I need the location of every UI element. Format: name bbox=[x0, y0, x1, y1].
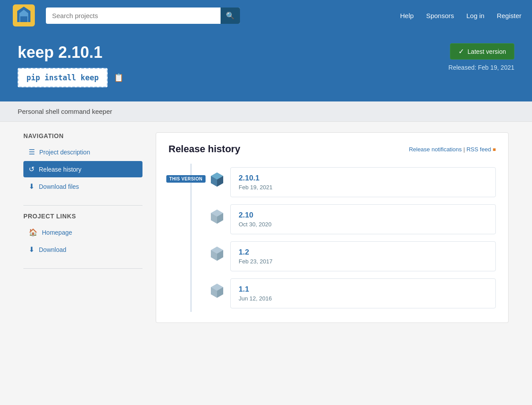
sidebar-item-download[interactable]: ⬇ Download bbox=[23, 241, 142, 258]
download-label: Download bbox=[39, 246, 66, 253]
timeline-item: THIS VERSION 2.10.1 Feb 19, 2021 bbox=[169, 164, 496, 201]
release-history-label: Release history bbox=[39, 166, 82, 173]
timeline-left-1 bbox=[169, 201, 230, 231]
this-version-badge: THIS VERSION bbox=[166, 175, 206, 183]
version-date-1: Oct 30, 2020 bbox=[239, 221, 487, 228]
banner-right: ✓ Latest version Released: Feb 19, 2021 bbox=[449, 43, 514, 71]
sidebar-divider-2 bbox=[23, 268, 142, 269]
download-link-icon: ⬇ bbox=[29, 245, 34, 254]
download-link[interactable]: ⬇ Download bbox=[23, 241, 142, 258]
download-files-label: Download files bbox=[39, 183, 79, 190]
project-links-section-title: Project links bbox=[23, 213, 142, 220]
release-card-2[interactable]: 1.2 Feb 23, 2017 bbox=[230, 241, 496, 271]
help-link[interactable]: Help bbox=[400, 12, 414, 19]
package-title: keep 2.10.1 bbox=[18, 43, 126, 62]
login-link[interactable]: Log in bbox=[466, 12, 484, 19]
release-panel: Release history Release notifications | … bbox=[156, 132, 509, 323]
copy-button[interactable]: 📋 bbox=[111, 70, 126, 85]
package-icon-2 bbox=[209, 245, 225, 261]
latest-version-label: Latest version bbox=[468, 48, 506, 55]
release-card-3[interactable]: 1.1 Jun 12, 2016 bbox=[230, 278, 496, 308]
header: 🔍 Help Sponsors Log in Register bbox=[0, 0, 532, 31]
version-number-3: 1.1 bbox=[239, 285, 487, 294]
check-icon: ✓ bbox=[458, 47, 464, 56]
latest-version-button[interactable]: ✓ Latest version bbox=[450, 43, 514, 60]
timeline-left-3 bbox=[169, 275, 230, 305]
timeline-left-0: THIS VERSION bbox=[169, 164, 230, 194]
version-number-0: 2.10.1 bbox=[239, 174, 487, 183]
version-number-2: 1.2 bbox=[239, 248, 487, 257]
release-history-title: Release history bbox=[169, 143, 240, 155]
project-description-link[interactable]: ☰ Project description bbox=[23, 144, 142, 160]
svg-rect-3 bbox=[20, 16, 27, 22]
package-icon-1 bbox=[209, 208, 225, 224]
release-card-1[interactable]: 2.10 Oct 30, 2020 bbox=[230, 204, 496, 234]
sidebar-nav: ☰ Project description ↺ Release history … bbox=[23, 144, 142, 195]
package-banner: keep 2.10.1 pip install keep 📋 ✓ Latest … bbox=[0, 31, 532, 101]
timeline-item-1: 2.10 Oct 30, 2020 bbox=[169, 201, 496, 238]
logo[interactable] bbox=[11, 2, 37, 29]
pip-command: pip install keep bbox=[18, 68, 108, 87]
package-icon-0 bbox=[209, 171, 225, 187]
sponsors-link[interactable]: Sponsors bbox=[426, 12, 454, 19]
timeline-item-2: 1.2 Feb 23, 2017 bbox=[169, 238, 496, 275]
version-date-0: Feb 19, 2021 bbox=[239, 184, 487, 191]
release-notifications-link[interactable]: Release notifications bbox=[409, 146, 462, 153]
release-panel-links: Release notifications | RSS feed ■ bbox=[409, 146, 496, 153]
download-icon: ⬇ bbox=[29, 182, 34, 191]
search-bar: 🔍 bbox=[46, 8, 240, 24]
download-files-link[interactable]: ⬇ Download files bbox=[23, 178, 142, 195]
rss-icon: ■ bbox=[493, 146, 496, 153]
rss-feed-link[interactable]: RSS feed bbox=[466, 146, 491, 153]
timeline: THIS VERSION 2.10.1 Feb 19, 2021 bbox=[169, 164, 496, 312]
package-icon-3 bbox=[209, 282, 225, 298]
sidebar: Navigation ☰ Project description ↺ Relea… bbox=[23, 132, 142, 323]
release-panel-header: Release history Release notifications | … bbox=[169, 143, 496, 155]
project-description-label: Project description bbox=[39, 149, 90, 156]
sidebar-item-project-description[interactable]: ☰ Project description bbox=[23, 144, 142, 160]
sidebar-item-download-files[interactable]: ⬇ Download files bbox=[23, 178, 142, 195]
homepage-link[interactable]: 🏠 Homepage bbox=[23, 224, 142, 240]
home-icon: 🏠 bbox=[29, 228, 37, 236]
homepage-label: Homepage bbox=[42, 229, 72, 236]
history-icon: ↺ bbox=[29, 165, 34, 173]
project-links-nav: 🏠 Homepage ⬇ Download bbox=[23, 224, 142, 258]
version-date-2: Feb 23, 2017 bbox=[239, 258, 487, 265]
release-history-link[interactable]: ↺ Release history bbox=[23, 161, 142, 177]
sidebar-item-homepage[interactable]: 🏠 Homepage bbox=[23, 224, 142, 240]
version-number-1: 2.10 bbox=[239, 211, 487, 220]
header-nav: Help Sponsors Log in Register bbox=[400, 12, 521, 19]
navigation-section-title: Navigation bbox=[23, 132, 142, 139]
released-text: Released: Feb 19, 2021 bbox=[449, 64, 514, 71]
version-date-3: Jun 12, 2016 bbox=[239, 295, 487, 302]
sidebar-item-release-history[interactable]: ↺ Release history bbox=[23, 161, 142, 177]
banner-left: keep 2.10.1 pip install keep 📋 bbox=[18, 43, 126, 87]
register-link[interactable]: Register bbox=[497, 12, 521, 19]
package-description: Personal shell command keeper bbox=[18, 108, 112, 115]
main-content: Navigation ☰ Project description ↺ Relea… bbox=[15, 122, 517, 334]
timeline-item-3: 1.1 Jun 12, 2016 bbox=[169, 275, 496, 312]
search-input[interactable] bbox=[46, 8, 240, 24]
sidebar-divider bbox=[23, 205, 142, 206]
search-button[interactable]: 🔍 bbox=[221, 8, 240, 24]
release-card-0[interactable]: 2.10.1 Feb 19, 2021 bbox=[230, 167, 496, 197]
subtitle-bar: Personal shell command keeper bbox=[0, 101, 532, 122]
list-icon: ☰ bbox=[29, 148, 35, 156]
timeline-left-2 bbox=[169, 238, 230, 268]
pip-command-wrap: pip install keep 📋 bbox=[18, 68, 126, 87]
